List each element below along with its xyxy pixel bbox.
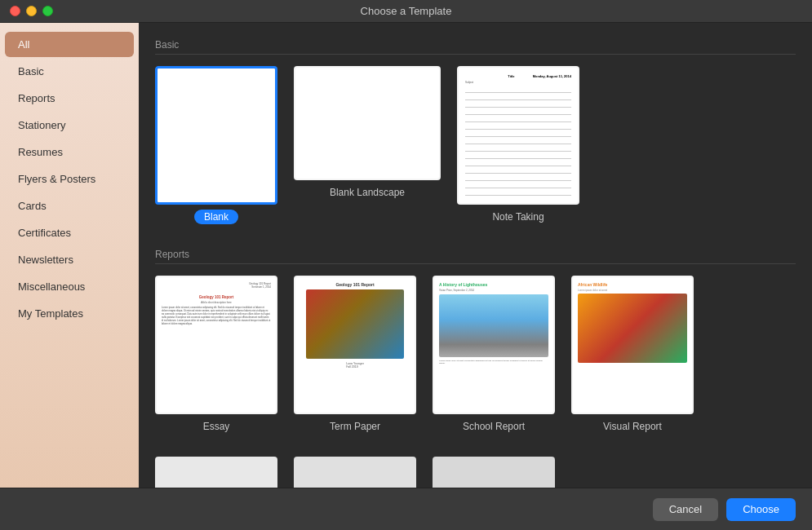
footer: Cancel Choose bbox=[0, 488, 812, 530]
title-bar: Choose a Template bbox=[0, 0, 812, 23]
visual-report-sub: Lorem ipsum dolor sit amet bbox=[578, 289, 687, 292]
essay-subtitle-text: Add a short description here bbox=[162, 301, 271, 304]
template-thumb-school-report[interactable]: A History of Lighthouses Vivian Price, S… bbox=[433, 276, 555, 414]
template-thumb-visual-report[interactable]: African Wildlife Lorem ipsum dolor sit a… bbox=[571, 276, 694, 414]
note-taking-title-text: Title Monday, August 11, 2014 bbox=[465, 74, 571, 78]
template-thumb-term-paper[interactable]: Geology 101 Report Luna YoungerFall 2019 bbox=[294, 276, 416, 414]
main-container: All Basic Reports Stationery Resumes Fly… bbox=[0, 23, 812, 488]
blank-selected-label: Blank bbox=[194, 210, 238, 224]
sidebar-item-miscellaneous[interactable]: Miscellaneous bbox=[5, 274, 134, 299]
note-taking-label: Note Taking bbox=[492, 211, 544, 223]
term-paper-label: Term Paper bbox=[330, 421, 380, 432]
template-thumb-essay[interactable]: Geology 101 ReportSemester 1, 2014 Geolo… bbox=[155, 276, 277, 414]
essay-label: Essay bbox=[203, 421, 230, 432]
note-taking-preview: Title Monday, August 11, 2014 Subject bbox=[459, 68, 578, 203]
blank-landscape-label: Blank Landscape bbox=[330, 187, 405, 198]
sidebar-item-reports[interactable]: Reports bbox=[5, 86, 134, 111]
blank-preview bbox=[158, 68, 275, 202]
landscape-preview bbox=[295, 68, 439, 179]
essay-title-text: Geology 101 Report bbox=[162, 295, 271, 299]
section-header-basic: Basic bbox=[155, 39, 796, 55]
school-report-sub: Vivian Price, September 2, 2014 bbox=[439, 289, 548, 292]
sidebar-item-my-templates[interactable]: My Templates bbox=[5, 301, 134, 326]
maximize-button[interactable] bbox=[42, 6, 53, 16]
term-paper-preview: Geology 101 Report Luna YoungerFall 2019 bbox=[295, 277, 415, 413]
template-note-taking[interactable]: Title Monday, August 11, 2014 Subject No bbox=[457, 66, 579, 224]
school-report-label: School Report bbox=[463, 421, 525, 432]
sidebar-item-newsletters[interactable]: Newsletters bbox=[5, 247, 134, 272]
sidebar-item-cards[interactable]: Cards bbox=[5, 193, 134, 219]
template-term-paper[interactable]: Geology 101 Report Luna YoungerFall 2019… bbox=[294, 276, 416, 432]
sidebar-item-basic[interactable]: Basic bbox=[5, 59, 134, 84]
template-partial-1[interactable] bbox=[155, 457, 277, 488]
template-essay[interactable]: Geology 101 ReportSemester 1, 2014 Geolo… bbox=[155, 276, 277, 432]
close-button[interactable] bbox=[10, 6, 20, 16]
visual-report-heading: African Wildlife bbox=[578, 282, 687, 287]
minimize-button[interactable] bbox=[26, 6, 37, 16]
window-title: Choose a Template bbox=[361, 5, 452, 17]
sidebar-item-resumes[interactable]: Resumes bbox=[5, 139, 134, 165]
essay-preview: Geology 101 ReportSemester 1, 2014 Geolo… bbox=[157, 277, 276, 413]
term-paper-title-text: Geology 101 Report bbox=[335, 282, 374, 287]
template-partial-2[interactable] bbox=[294, 457, 416, 488]
note-taking-subtitle: Subject bbox=[465, 81, 571, 84]
template-thumb-blank-landscape[interactable] bbox=[294, 66, 441, 180]
template-thumb-blank[interactable] bbox=[155, 66, 277, 205]
partial-thumb-1[interactable] bbox=[155, 457, 277, 488]
note-taking-lines bbox=[465, 87, 571, 196]
template-blank[interactable]: Blank bbox=[155, 66, 277, 224]
template-blank-landscape[interactable]: Blank Landscape bbox=[294, 66, 441, 224]
template-school-report[interactable]: A History of Lighthouses Vivian Price, S… bbox=[433, 276, 555, 432]
school-report-heading: A History of Lighthouses bbox=[439, 282, 548, 287]
content-area: Basic Blank Blank Landscape Title bbox=[139, 23, 812, 488]
sidebar-item-certificates[interactable]: Certificates bbox=[5, 220, 134, 245]
reports-template-grid: Geology 101 ReportSemester 1, 2014 Geolo… bbox=[155, 276, 796, 432]
sidebar-item-all[interactable]: All bbox=[5, 32, 134, 57]
window-controls bbox=[10, 6, 53, 16]
choose-button[interactable]: Choose bbox=[726, 498, 796, 521]
essay-header: Geology 101 ReportSemester 1, 2014 bbox=[162, 282, 271, 289]
school-report-image bbox=[439, 294, 548, 357]
section-header-reports: Reports bbox=[155, 249, 796, 264]
template-visual-report[interactable]: African Wildlife Lorem ipsum dolor sit a… bbox=[571, 276, 694, 432]
term-paper-image bbox=[306, 289, 405, 359]
visual-report-preview: African Wildlife Lorem ipsum dolor sit a… bbox=[573, 277, 692, 413]
visual-report-label: Visual Report bbox=[603, 421, 662, 432]
sidebar-item-stationery[interactable]: Stationery bbox=[5, 113, 134, 138]
template-thumb-note-taking[interactable]: Title Monday, August 11, 2014 Subject bbox=[457, 66, 579, 205]
partial-thumb-2[interactable] bbox=[294, 457, 416, 488]
essay-body-text: Lorem ipsum dolor sit amet, consectetur … bbox=[162, 307, 271, 325]
sidebar-item-flyers-posters[interactable]: Flyers & Posters bbox=[5, 166, 134, 192]
partial-thumb-3[interactable] bbox=[433, 457, 555, 488]
sidebar: All Basic Reports Stationery Resumes Fly… bbox=[0, 23, 139, 488]
visual-report-image bbox=[578, 294, 687, 363]
template-partial-3[interactable] bbox=[433, 457, 555, 488]
bottom-partial-grid bbox=[155, 457, 796, 488]
school-report-preview: A History of Lighthouses Vivian Price, S… bbox=[434, 277, 553, 413]
cancel-button[interactable]: Cancel bbox=[653, 498, 718, 521]
term-paper-author: Luna YoungerFall 2019 bbox=[346, 362, 364, 369]
basic-template-grid: Blank Blank Landscape Title Monday, Augu… bbox=[155, 66, 796, 224]
school-report-body: Lorem ipsum dolor sit amet consectetur a… bbox=[439, 360, 548, 364]
